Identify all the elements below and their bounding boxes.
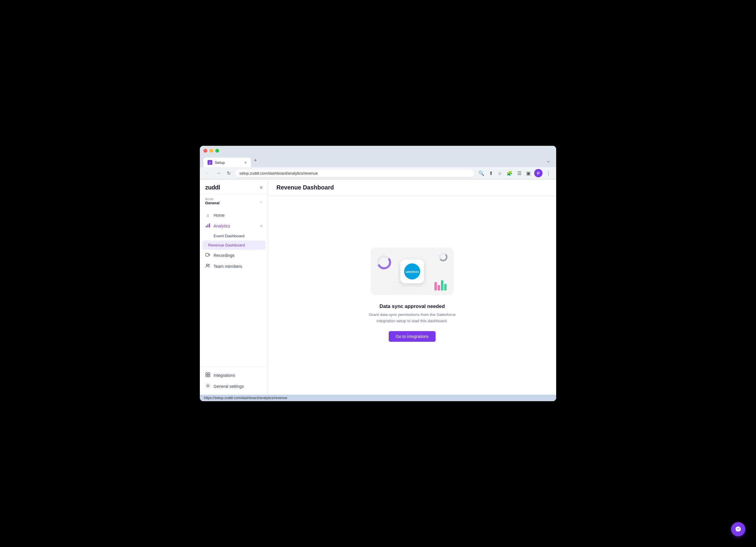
svg-rect-7 xyxy=(206,373,208,374)
sidebar-item-integrations[interactable]: Integrations xyxy=(200,370,268,381)
sidebar-nav: ⌂ Home Analytics ∧ xyxy=(200,208,268,366)
sidebar-panel-icon[interactable]: ☰ xyxy=(516,170,523,177)
status-bar: https://setup.zuddl.com/dashboard/analyt… xyxy=(200,395,556,401)
analytics-icon xyxy=(205,223,211,229)
chart-grid-line-2 xyxy=(391,286,421,286)
page-title: Revenue Dashboard xyxy=(276,184,548,191)
svg-point-11 xyxy=(207,385,209,387)
workspace-chevron-icon: ⌄ xyxy=(260,199,262,203)
svg-rect-9 xyxy=(206,375,208,377)
workspace-info: Acme General xyxy=(205,197,219,205)
search-icon[interactable]: 🔍 xyxy=(477,170,485,177)
go-to-integrations-button[interactable]: Go to integrations xyxy=(389,331,436,342)
bar-3 xyxy=(441,280,443,290)
home-icon: ⌂ xyxy=(205,213,211,218)
sidebar-item-recordings[interactable]: Recordings xyxy=(200,250,268,261)
sidebar-item-event-dashboard-label: Event Dashboard xyxy=(213,234,244,238)
svg-point-5 xyxy=(206,264,208,266)
workspace-subtitle: Acme xyxy=(205,197,219,201)
svg-point-19 xyxy=(738,529,738,529)
sidebar-item-home-label: Home xyxy=(213,213,224,218)
sidebar: zuddl ≡ Acme General ⌄ ⌂ Home xyxy=(200,179,268,395)
tab-favicon: z xyxy=(208,160,212,165)
analytics-chevron-icon: ∧ xyxy=(260,224,262,228)
browser-actions: 🔍 ⬆ ☆ 🧩 ☰ ▣ P ⋮ xyxy=(477,169,552,177)
maximize-window-btn[interactable] xyxy=(215,149,219,153)
team-members-icon xyxy=(205,263,211,269)
main-content: Revenue Dashboard xyxy=(268,179,556,395)
svg-rect-10 xyxy=(208,375,210,377)
svg-rect-3 xyxy=(206,253,209,256)
back-btn[interactable]: ← xyxy=(204,170,212,176)
sidebar-item-event-dashboard[interactable]: Event Dashboard xyxy=(200,231,268,241)
tab-menu-btn[interactable]: ⌄ xyxy=(544,156,553,166)
new-tab-btn[interactable]: + xyxy=(252,155,260,166)
page-header: Revenue Dashboard xyxy=(268,179,556,196)
sidebar-item-revenue-dashboard[interactable]: Revenue Dashboard xyxy=(202,241,265,250)
svg-rect-1 xyxy=(208,225,208,227)
sidebar-header: zuddl ≡ xyxy=(200,179,268,194)
donut-chart-right xyxy=(438,252,448,262)
sidebar-item-home[interactable]: ⌂ Home xyxy=(200,210,268,220)
share-icon[interactable]: ⬆ xyxy=(488,170,494,177)
tab-close-btn[interactable]: × xyxy=(244,160,247,165)
integration-illustration: salesforce xyxy=(371,248,454,295)
address-input[interactable] xyxy=(235,170,474,177)
status-url: https://setup.zuddl.com/dashboard/analyt… xyxy=(204,396,287,400)
bar-2 xyxy=(438,285,440,290)
sidebar-item-analytics[interactable]: Analytics ∧ xyxy=(200,220,268,231)
hamburger-btn[interactable]: ≡ xyxy=(260,185,262,190)
minimize-window-btn[interactable] xyxy=(209,149,213,153)
workspace-name: General xyxy=(205,201,219,205)
integrations-icon xyxy=(205,372,211,378)
donut-chart-left xyxy=(376,254,392,271)
workspace-selector[interactable]: Acme General ⌄ xyxy=(200,194,268,208)
general-settings-icon xyxy=(205,383,211,389)
sidebar-item-general-settings-label: General settings xyxy=(213,384,244,389)
sidebar-item-team-members-label: Team members xyxy=(213,264,242,269)
svg-rect-2 xyxy=(209,223,210,227)
tabs-bar: z Setup × + ⌄ xyxy=(203,155,553,167)
split-view-icon[interactable]: ▣ xyxy=(525,170,532,177)
bar-chart xyxy=(434,280,447,290)
bar-4 xyxy=(444,284,447,290)
svg-rect-0 xyxy=(206,226,207,227)
extension-icon[interactable]: 🧩 xyxy=(505,170,514,177)
data-sync-heading: Data sync approval needed xyxy=(379,303,445,309)
svg-point-20 xyxy=(739,529,739,529)
sidebar-item-integrations-label: Integrations xyxy=(213,373,235,378)
forward-btn[interactable]: → xyxy=(215,170,222,176)
tab-title: Setup xyxy=(215,160,225,165)
sidebar-item-revenue-dashboard-label: Revenue Dashboard xyxy=(208,243,245,247)
svg-text:salesforce: salesforce xyxy=(406,270,419,273)
sidebar-item-team-members[interactable]: Team members xyxy=(200,261,268,272)
recordings-icon xyxy=(205,252,211,258)
salesforce-card: salesforce xyxy=(400,260,424,283)
app-layout: zuddl ≡ Acme General ⌄ ⌂ Home xyxy=(200,179,556,395)
more-options-icon[interactable]: ⋮ xyxy=(545,170,552,177)
sidebar-item-analytics-label: Analytics xyxy=(213,224,230,228)
sidebar-item-general-settings[interactable]: General settings xyxy=(200,381,268,392)
profile-btn[interactable]: P xyxy=(534,169,543,177)
data-sync-description: Grant data sync permissions from the Sal… xyxy=(368,312,457,324)
sidebar-item-recordings-label: Recordings xyxy=(213,253,235,258)
salesforce-logo: salesforce xyxy=(404,263,420,279)
address-bar: ← → ↻ 🔍 ⬆ ☆ 🧩 ☰ ▣ P ⋮ xyxy=(200,167,556,179)
traffic-lights xyxy=(203,149,553,153)
zuddl-logo: zuddl xyxy=(205,184,220,191)
content-area: salesforce Data sync approval needed Gra… xyxy=(268,196,556,393)
refresh-btn[interactable]: ↻ xyxy=(225,170,232,177)
svg-point-6 xyxy=(208,264,210,265)
close-window-btn[interactable] xyxy=(203,149,207,153)
bookmark-icon[interactable]: ☆ xyxy=(496,170,503,177)
sidebar-footer: Integrations General settings xyxy=(200,366,268,395)
chat-widget[interactable] xyxy=(731,522,745,536)
browser-chrome: z Setup × + ⌄ xyxy=(200,146,556,167)
svg-point-18 xyxy=(737,529,738,529)
svg-rect-8 xyxy=(208,373,210,374)
active-tab[interactable]: z Setup × xyxy=(203,158,251,167)
bar-1 xyxy=(434,282,437,290)
